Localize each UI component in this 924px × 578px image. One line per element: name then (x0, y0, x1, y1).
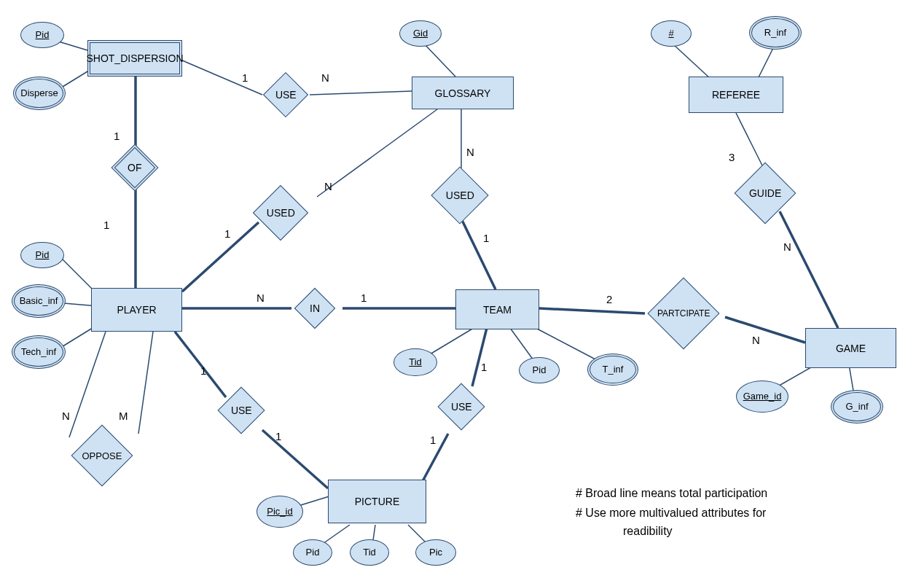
rel-label: USE (451, 401, 472, 413)
svg-line-17 (181, 60, 262, 95)
entity-team: TEAM (455, 289, 539, 329)
svg-line-18 (310, 91, 412, 95)
note-multi: # Use more multivalued attributes for (576, 507, 766, 520)
rel-use-sd-gl: USE (263, 72, 308, 117)
note-multi-2: readibility (623, 525, 673, 538)
card: N (257, 292, 265, 304)
svg-line-3 (673, 44, 710, 79)
rel-label: IN (310, 302, 320, 314)
rel-participate: PARTCIPATE (648, 278, 720, 350)
svg-line-19 (317, 109, 437, 197)
card: 3 (729, 151, 735, 163)
attr-pl-tech: Tech_inf (12, 335, 66, 369)
rel-oppose: OPPOSE (71, 425, 133, 487)
entity-shot-dispersion: SHOT_DISPERSION (87, 40, 182, 77)
entity-game: GAME (805, 328, 896, 368)
card: 2 (606, 293, 612, 305)
card: N (752, 334, 760, 346)
er-diagram: SHOT_DISPERSION GLOSSARY REFEREE PLAYER … (0, 0, 924, 578)
attr-pl-pid: Pid (20, 242, 64, 268)
rel-in: IN (294, 288, 336, 329)
card: N (324, 180, 332, 192)
entity-label: GLOSSARY (435, 87, 491, 99)
rel-used-pl-gl: USED (253, 185, 308, 241)
attr-pic-pid: Pid (293, 539, 332, 566)
card: N (62, 410, 70, 422)
attr-sd-disperse: Disperse (13, 77, 66, 110)
rel-label: USE (275, 89, 297, 101)
entity-label: TEAM (483, 304, 512, 316)
svg-line-26 (182, 222, 259, 292)
entity-label: SHOT_DISPERSION (86, 52, 183, 64)
svg-line-2 (423, 42, 455, 77)
entity-referee: REFEREE (689, 77, 783, 113)
attr-ref-rinf: R_inf (749, 16, 802, 50)
card: 1 (275, 430, 281, 442)
note-total: # Broad line means total participation (576, 487, 767, 500)
attr-tm-pid: Pid (519, 357, 560, 383)
attr-pl-basic: Basic_inf (12, 284, 66, 318)
card: 1 (430, 434, 436, 446)
card: 1 (242, 71, 248, 84)
attr-gl-gid: Gid (399, 20, 442, 47)
entity-player: PLAYER (91, 288, 182, 332)
svg-line-22 (69, 332, 106, 437)
rel-label: USE (231, 405, 252, 416)
svg-line-34 (262, 430, 328, 488)
rel-used-tm-gl: USED (431, 166, 488, 224)
card: 1 (483, 232, 489, 244)
attr-tm-tid: Tid (394, 348, 437, 376)
attr-pic-id: Pic_id (257, 496, 303, 528)
entity-label: PLAYER (117, 304, 156, 316)
rel-guide: GUIDE (735, 163, 796, 224)
card: N (783, 241, 791, 253)
entity-picture: PICTURE (328, 480, 426, 523)
rel-use-tm-pic: USE (437, 383, 485, 430)
rel-label: OF (128, 162, 141, 173)
svg-line-30 (539, 308, 645, 313)
svg-line-23 (138, 332, 153, 434)
card: N (466, 146, 474, 158)
entity-label: REFEREE (712, 89, 760, 101)
rel-label: USED (267, 207, 295, 219)
card: 1 (481, 361, 487, 373)
svg-line-31 (725, 317, 805, 343)
attr-tm-tinf: T_inf (587, 354, 638, 386)
card: 1 (361, 292, 367, 304)
card: 1 (224, 227, 230, 240)
rel-label: GUIDE (749, 187, 781, 199)
entity-label: PICTURE (355, 496, 399, 507)
card: N (321, 71, 329, 84)
attr-gm-inf: G_inf (831, 390, 883, 423)
attr-pic-pic: Pic (415, 539, 456, 566)
attr-gm-id: Game_id (736, 380, 788, 413)
card: 1 (114, 130, 120, 142)
card: M (119, 410, 128, 422)
card: 1 (103, 219, 109, 231)
rel-label: USED (446, 190, 474, 201)
entity-glossary: GLOSSARY (412, 77, 514, 109)
rel-label: OPPOSE (82, 450, 122, 461)
entity-label: GAME (836, 343, 866, 354)
svg-line-32 (780, 211, 838, 328)
rel-of: OF (111, 144, 158, 191)
attr-ref-num: # (651, 20, 692, 47)
attr-pic-tid: Tid (350, 539, 389, 566)
svg-line-27 (461, 219, 496, 289)
svg-line-35 (472, 328, 487, 386)
svg-line-21 (736, 113, 765, 171)
attr-sd-pid: Pid (20, 22, 64, 48)
rel-use-pl-pic: USE (217, 386, 265, 434)
card: 1 (200, 364, 206, 377)
rel-label: PARTCIPATE (657, 308, 710, 319)
